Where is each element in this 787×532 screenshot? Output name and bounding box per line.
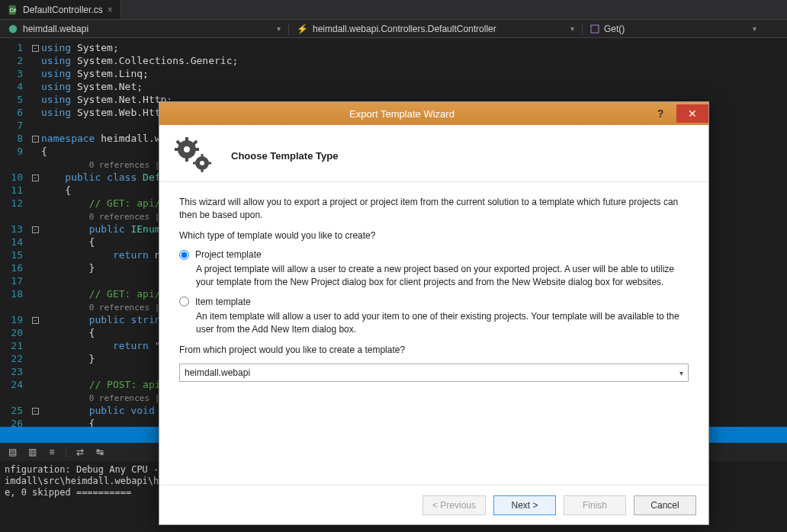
csharp-file-icon: C# xyxy=(8,5,18,15)
svg-point-5 xyxy=(184,146,190,152)
project-combo-value: heimdall.webapi xyxy=(185,367,679,378)
item-template-radio-row[interactable]: Item template xyxy=(179,296,689,307)
project-combo[interactable]: heimdall.webapi ▾ xyxy=(179,364,689,382)
svg-rect-9 xyxy=(194,148,199,151)
member-dropdown[interactable]: Get() ▾ xyxy=(586,24,761,34)
item-template-radio[interactable] xyxy=(179,296,189,306)
svg-rect-3 xyxy=(591,25,599,33)
project-combo-label: From which project would you like to cre… xyxy=(179,344,689,357)
next-button[interactable]: Next > xyxy=(493,495,556,515)
project-template-radio[interactable] xyxy=(179,250,189,260)
separator xyxy=(66,447,66,457)
class-icon: ⚡ xyxy=(297,24,308,34)
project-template-description: A project template will allow a user to … xyxy=(196,263,689,289)
wizard-footer: < Previous Next > Finish Cancel xyxy=(159,485,708,524)
previous-button: < Previous xyxy=(422,495,486,515)
line-number-gutter: 1234567891011121314151617181920212223242… xyxy=(0,38,29,427)
separator xyxy=(288,23,289,35)
wizard-intro: This wizard will allow you to export a p… xyxy=(179,196,689,222)
output-icon[interactable]: ⇄ xyxy=(74,446,86,458)
help-icon: ? xyxy=(657,107,664,120)
chevron-down-icon: ▾ xyxy=(570,24,574,33)
output-icon[interactable]: ≡ xyxy=(46,446,58,458)
chevron-down-icon: ▾ xyxy=(679,369,683,377)
item-template-description: An item template will allow a user to ad… xyxy=(196,310,689,336)
separator xyxy=(582,23,583,35)
close-icon: ✕ xyxy=(688,107,697,120)
output-icon[interactable]: ▥ xyxy=(26,446,38,458)
project-dropdown-text: heimdall.webapi xyxy=(23,24,88,34)
svg-point-13 xyxy=(200,161,204,165)
output-line: e, 0 skipped ========== xyxy=(5,487,131,498)
svg-rect-8 xyxy=(175,148,179,151)
close-icon[interactable]: × xyxy=(108,5,113,15)
wizard-body: This wizard will allow you to export a p… xyxy=(159,182,708,485)
nav-dropdown-bar: heimdall.webapi ▾ ⚡ heimdall.webapi.Cont… xyxy=(0,20,787,38)
output-line: imdall\src\heimdall.webapi\hei xyxy=(5,476,170,486)
cancel-button[interactable]: Cancel xyxy=(634,495,696,515)
wizard-titlebar[interactable]: Export Template Wizard ? ✕ xyxy=(159,102,708,125)
export-template-wizard: Export Template Wizard ? ✕ Choose Templa… xyxy=(159,101,709,525)
output-icon[interactable]: ▤ xyxy=(6,446,18,458)
document-tab-bar: C# DefaultController.cs × xyxy=(0,0,787,20)
class-dropdown-text: heimdall.webapi.Controllers.DefaultContr… xyxy=(313,24,496,34)
project-dropdown[interactable]: heimdall.webapi ▾ xyxy=(3,24,285,34)
project-template-radio-row[interactable]: Project template xyxy=(179,249,689,260)
wizard-heading: Choose Template Type xyxy=(231,150,338,162)
wizard-title-text: Export Template Wizard xyxy=(159,108,644,120)
svg-rect-16 xyxy=(193,162,197,165)
wizard-header: Choose Template Type xyxy=(159,125,708,182)
output-icon[interactable]: ↹ xyxy=(94,446,106,458)
member-dropdown-text: Get() xyxy=(604,24,625,34)
finish-button: Finish xyxy=(564,495,626,515)
tab-filename: DefaultController.cs xyxy=(23,5,103,15)
class-dropdown[interactable]: ⚡ heimdall.webapi.Controllers.DefaultCon… xyxy=(292,24,579,34)
project-template-label: Project template xyxy=(195,249,262,260)
wizard-question: Which type of template would you like to… xyxy=(179,229,689,242)
help-button[interactable]: ? xyxy=(644,104,676,123)
svg-text:C#: C# xyxy=(10,7,17,12)
method-icon xyxy=(590,24,599,34)
close-button[interactable]: ✕ xyxy=(676,104,708,123)
document-tab[interactable]: C# DefaultController.cs × xyxy=(0,0,121,19)
chevron-down-icon: ▾ xyxy=(753,24,756,33)
svg-rect-14 xyxy=(201,154,204,158)
svg-point-2 xyxy=(9,24,18,33)
svg-rect-17 xyxy=(207,162,211,165)
chevron-down-icon: ▾ xyxy=(277,24,281,33)
item-template-label: Item template xyxy=(195,296,251,307)
svg-rect-6 xyxy=(185,137,188,142)
output-line: nfiguration: Debug Any CPU --- xyxy=(5,464,170,475)
project-icon xyxy=(8,24,18,34)
fold-column[interactable]: ------ xyxy=(29,38,41,427)
svg-rect-7 xyxy=(185,157,188,162)
gear-icon xyxy=(172,137,214,174)
svg-rect-15 xyxy=(201,168,204,172)
